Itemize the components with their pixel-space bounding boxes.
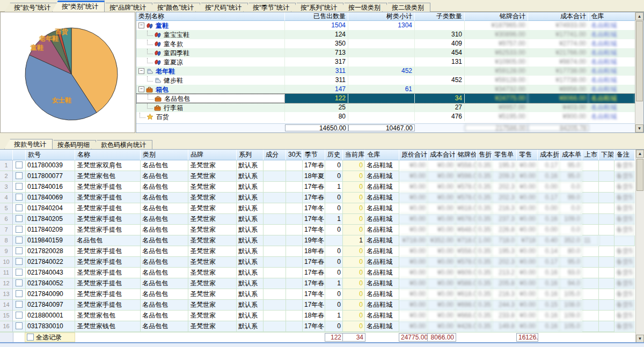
row-checkbox[interactable] <box>16 194 23 201</box>
grid-col-header-d30[interactable]: 30天 <box>286 150 303 160</box>
tree-row-童鞋[interactable]: −童鞋15041304¥187965.00¥74933.00名品鞋城 <box>136 21 635 30</box>
tree-row-童四季鞋[interactable]: 童四季鞋713454¥62533.00¥21766.00名品鞋城 <box>136 48 635 57</box>
row-checkbox[interactable] <box>16 290 23 297</box>
scroll-thumb[interactable] <box>636 159 643 191</box>
row-checkbox[interactable] <box>16 215 23 222</box>
row-checkbox[interactable] <box>16 322 23 329</box>
tab-by-series[interactable]: 按“系列”统计 <box>291 3 343 12</box>
grid-row-0117840069[interactable]: 40117840069圣梵世家手提包名品包包圣梵世家默认系17年春00名品鞋城¥… <box>0 193 635 203</box>
row-checkbox[interactable] <box>16 312 23 319</box>
tree-col-header-name[interactable]: 类别名称 <box>136 12 285 21</box>
pane-splitter[interactable] <box>0 133 644 138</box>
grid-row-0119840159[interactable]: 80119840159名品包包名品包包圣梵世家默认系19年冬1名品鞋城¥718.… <box>0 235 635 246</box>
collapse-icon[interactable]: − <box>138 23 144 28</box>
scroll-thumb[interactable] <box>636 21 643 101</box>
grid-row-0217840090[interactable]: 130217840090圣梵世家手提包名品包包圣梵世家默认系17年冬00名品鞋城… <box>0 289 635 300</box>
grid-col-header-tag[interactable]: 铭牌价 <box>456 150 477 160</box>
grid-col-header-cat[interactable]: 类别 <box>141 150 188 160</box>
tree-col-header-tag[interactable]: 铭牌合计 <box>465 12 528 21</box>
grid-col-header-disc[interactable]: 售折 <box>477 150 492 160</box>
tree-row-童冬款[interactable]: 童冬款350409¥9757.00¥2774.00名品鞋城 <box>136 39 635 48</box>
grid-col-header-cost[interactable]: 成本合计 <box>428 150 456 160</box>
scroll-down-icon[interactable]: ▼ <box>635 124 643 132</box>
tree-row-箱包[interactable]: −箱包14761¥34732.00¥8956.00名品鞋城 <box>136 85 635 94</box>
grid-col-header-comp[interactable]: 成分 <box>264 150 286 160</box>
tab-by-season[interactable]: 按“季节”统计 <box>243 3 296 12</box>
row-checkbox[interactable] <box>16 172 23 179</box>
grid-row-0117840209[interactable]: 70117840209圣梵世家手提包名品包包圣梵世家默认系17年冬00名品鞋城¥… <box>0 225 635 235</box>
grid-row-0218800001[interactable]: 150218800001圣梵世家包包名品包包圣梵世家默认系18年春10名品鞋城¥… <box>0 311 635 321</box>
grid-row-0117840016[interactable]: 30117840016圣梵世家手提包名品包包圣梵世家默认系17年春10名品鞋城¥… <box>0 182 635 193</box>
grid-col-header-code[interactable]: 款号 <box>26 150 75 160</box>
scroll-down-icon[interactable]: ▼ <box>636 335 644 343</box>
grid-col-header-note[interactable]: 备注 <box>614 150 635 160</box>
tab-by-category[interactable]: 按“类别”统计 <box>52 1 105 12</box>
tree-col-header-subtotal[interactable]: 树类小计 <box>348 12 415 21</box>
grid-row-0117840204[interactable]: 50117840204圣梵世家手提包名品包包圣梵世家默认系17年冬00名品鞋城¥… <box>0 203 635 214</box>
grid-col-header-hist[interactable]: 历史 <box>325 150 343 160</box>
tab-by-level1-category[interactable]: 按一级类别 <box>339 3 387 12</box>
grid-col-header-cdisc[interactable]: 成本折 <box>538 150 560 160</box>
row-checkbox[interactable] <box>16 301 23 308</box>
grid-cell-retail: ¥0.00 <box>517 193 538 203</box>
tab-by-color[interactable]: 按“颜色”统计 <box>148 3 200 12</box>
row-checkbox[interactable] <box>16 258 23 265</box>
tree-row-老年鞋[interactable]: −老年鞋311452¥59128.00¥17738.00名品鞋城 <box>136 67 635 76</box>
tab-style-no-stats[interactable]: 按款号统计 <box>4 139 53 149</box>
row-checkbox[interactable] <box>16 161 23 168</box>
grid-col-header-down[interactable]: 下架 <box>599 150 614 160</box>
tree-col-header-sold[interactable]: 已售出数量 <box>285 12 348 21</box>
select-all-records[interactable]: 全选记录 <box>25 333 75 342</box>
grid-row-0217820028[interactable]: 90217820028圣梵世家手提包名品包包圣梵世家默认系18年春00名品鞋城¥… <box>0 246 635 257</box>
grid-row-0217840097[interactable]: 140217840097圣梵世家手提包名品包包圣梵世家默认系17年冬00名品鞋城… <box>0 300 635 311</box>
row-checkbox[interactable] <box>16 279 23 286</box>
tree-vertical-scrollbar[interactable]: ▲▼ <box>635 12 643 132</box>
grid-row-0117800039[interactable]: 10117800039圣梵世家双肩包名品包包圣梵世家默认系17年春00名品鞋城¥… <box>0 160 635 171</box>
tree-row-健步鞋[interactable]: 健步鞋311452¥59128.00¥17738.00名品鞋城 <box>136 76 635 85</box>
row-checkbox[interactable] <box>16 183 23 190</box>
grid-row-0117840205[interactable]: 60117840205圣梵世家手提包名品包包圣梵世家默认系17年冬10名品鞋城¥… <box>0 214 635 225</box>
collapse-icon[interactable]: − <box>138 86 144 92</box>
grid-col-header-store[interactable]: 仓库 <box>365 150 399 160</box>
tree-col-header-store[interactable]: 仓库 <box>589 12 635 21</box>
grid-col-header-stock[interactable]: 当前库 <box>343 150 365 160</box>
grid-row-0217840022[interactable]: 100217840022圣梵世家手提包名品包包圣梵世家默认系17年春00名品鞋城… <box>0 257 635 268</box>
grid-col-header-brand[interactable]: 品牌 <box>188 150 237 160</box>
grid-col-header-name[interactable]: 名称 <box>75 150 141 160</box>
tree-col-header-subcount[interactable]: 子类数量 <box>415 12 465 21</box>
grid-col-header-retail[interactable]: 零售 <box>517 150 538 160</box>
grid-row-0317830010[interactable]: 160317830010圣梵世家钱包名品包包圣梵世家默认系17年冬00名品鞋城¥… <box>0 321 635 332</box>
row-checkbox[interactable] <box>16 226 23 233</box>
scroll-up-icon[interactable]: ▲ <box>636 150 644 158</box>
tab-barcode-detail[interactable]: 按条码明细 <box>48 140 96 149</box>
grid-vertical-scrollbar[interactable]: ▲▼ <box>635 150 644 343</box>
grid-col-header-runit[interactable]: 零售单 <box>492 150 517 160</box>
grid-row-0217840043[interactable]: 110217840043圣梵世家手提包名品包包圣梵世家默认系17年春00名品鞋城… <box>0 268 635 278</box>
tree-row-百货[interactable]: 百货80476¥5195.00¥900.00名品鞋城 <box>136 112 635 121</box>
tree-row-童宝宝鞋[interactable]: 童宝宝鞋124310¥30896.00¥17741.00名品鞋城 <box>136 30 635 39</box>
row-checkbox[interactable] <box>16 247 23 254</box>
tree-col-header-cost[interactable]: 成本合计 <box>528 12 589 21</box>
grid-col-header-cunit[interactable]: 成本单 <box>560 150 582 160</box>
tree-row-童夏凉[interactable]: 童夏凉317131¥10905.00¥9874.00名品鞋城 <box>136 57 635 67</box>
grid-col-header-orig[interactable]: 原价合计 <box>399 150 428 160</box>
tab-by-style-no[interactable]: 按“款号”统计 <box>4 3 57 12</box>
tree-row-行李箱[interactable]: 行李箱2527¥9957.00¥403.00名品鞋城 <box>136 103 635 112</box>
row-checkbox[interactable] <box>16 269 23 276</box>
grid-cell-retail: ¥0.00 <box>517 225 538 235</box>
tab-by-brand[interactable]: 按“品牌”统计 <box>100 3 152 12</box>
grid-col-header-season[interactable]: 季节 <box>303 150 325 160</box>
tab-style-color-size-matrix[interactable]: 款色码横向统计 <box>91 140 152 149</box>
select-all-checkbox[interactable] <box>27 334 34 341</box>
row-checkbox[interactable] <box>16 204 23 211</box>
scroll-up-icon[interactable]: ▲ <box>635 12 643 20</box>
grid-col-header-series[interactable]: 系列 <box>237 150 264 160</box>
tab-by-size[interactable]: 按“尺码”统计 <box>195 3 248 12</box>
grid-row-0117800077[interactable]: 20117800077圣梵世家包包名品包包圣梵世家默认系18年夏00名品鞋城¥0… <box>0 171 635 182</box>
grid-col-header-up[interactable]: 上市 <box>582 150 599 160</box>
row-checkbox[interactable] <box>16 237 23 243</box>
tree-row-名品包包[interactable]: 名品包包12234¥24775.00¥8066.00名品鞋城 <box>136 94 635 103</box>
collapse-icon[interactable]: − <box>138 68 144 74</box>
grid-row-0217840052[interactable]: 120217840052圣梵世家手提包名品包包圣梵世家默认系17年春10名品鞋城… <box>0 278 635 289</box>
tab-by-level2-category[interactable]: 按二级类别 <box>382 3 430 12</box>
